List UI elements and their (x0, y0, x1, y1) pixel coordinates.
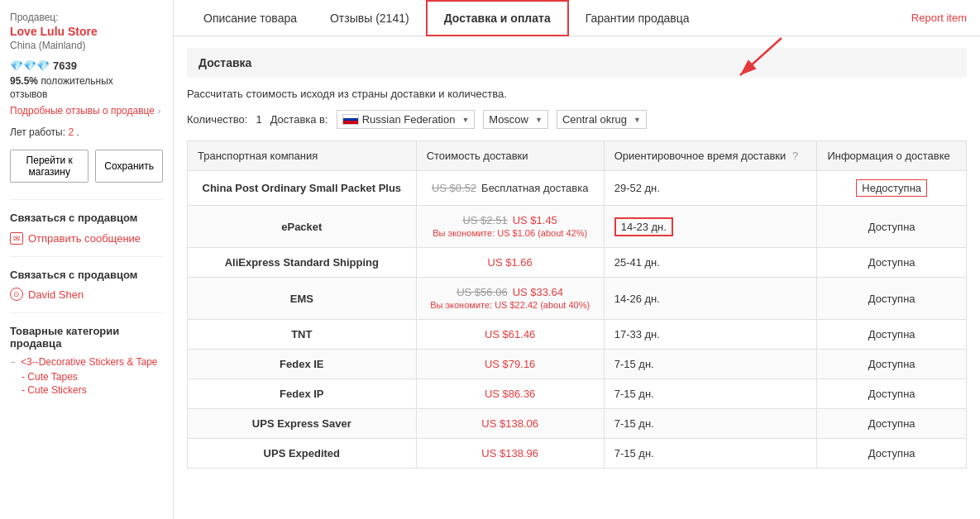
contact-section-title: Связаться с продавцом (10, 199, 163, 224)
clock-icon: ⊙ (10, 288, 23, 301)
svg-line-1 (740, 38, 782, 75)
main-content: Описание товара Отзывы (2141) Доставка и… (174, 0, 980, 519)
carrier-time: 29-52 дн. (604, 171, 817, 206)
rating-details-link[interactable]: Подробные отзывы о продавце (10, 105, 155, 117)
carrier-price: US $61.46 (416, 320, 604, 350)
carrier-time: 7-15 дн. (604, 350, 817, 379)
carrier-price: US $138.96 (416, 439, 604, 469)
russia-flag-icon (342, 114, 359, 125)
table-row: Fedex IPUS $86.367-15 дн.Доступна (188, 379, 967, 409)
send-message-button[interactable]: ✉ Отправить сообщение (10, 232, 163, 245)
rating-pct: 95.5% (10, 75, 38, 87)
carrier-time: 14-26 дн. (604, 278, 817, 320)
chevron-down-icon-3: ▼ (633, 116, 641, 124)
minus-icon: − (10, 356, 16, 368)
carrier-name: UPS Expedited (188, 439, 417, 469)
carrier-name: AliExpress Standard Shipping (188, 248, 417, 278)
carrier-availability: Доступна (817, 409, 967, 439)
table-row: China Post Ordinary Small Packet PlusUS … (188, 171, 967, 206)
send-message-label: Отправить сообщение (28, 232, 141, 245)
carrier-price: US $0.52Бесплатная доставка (416, 171, 604, 206)
subcategory-link-1[interactable]: - Cute Tapes (10, 371, 163, 383)
quantity-value: 1 (256, 113, 261, 126)
carrier-availability: Доступна (817, 439, 967, 469)
carrier-availability: Доступна (817, 248, 967, 278)
carrier-name: ePacket (188, 206, 417, 248)
carrier-availability: Доступна (817, 379, 967, 409)
years-value[interactable]: 2 (68, 126, 74, 138)
carrier-time: 25-41 дн. (604, 248, 817, 278)
carrier-price: US $79.16 (416, 350, 604, 379)
carrier-time: 7-15 дн. (604, 409, 817, 439)
delivery-section: Доставка Рассчитать стоимость исходя из … (174, 36, 980, 480)
carrier-name: Fedex IE (188, 350, 417, 379)
category-link[interactable]: <3--Decorative Stickers & Tape (21, 356, 158, 368)
carrier-price: US $2.51US $1.45Вы экономите: US $1.06 (… (416, 206, 604, 248)
ship-to-label: Доставка в: (270, 113, 328, 126)
tab-description[interactable]: Описание товара (187, 2, 313, 35)
chevron-down-icon: ▼ (461, 116, 469, 124)
country-name: Russian Federation (362, 113, 456, 126)
years-worked: Лет работы: 2 . (10, 126, 163, 138)
carrier-availability: Доступна (817, 278, 967, 320)
diamond-icon: 💎💎💎 (10, 60, 50, 72)
table-row: ePacketUS $2.51US $1.45Вы экономите: US … (188, 206, 967, 248)
tab-delivery[interactable]: Доставка и оплата (426, 0, 569, 36)
rating-details[interactable]: Подробные отзывы о продавце › (10, 105, 163, 117)
th-time: Ориентировочное время доставки ? (604, 141, 817, 171)
region-name: Central okrug (562, 113, 627, 126)
carrier-price: US $86.36 (416, 379, 604, 409)
person-name[interactable]: David Shen (28, 288, 84, 301)
city-selector[interactable]: Moscow ▼ (483, 110, 548, 129)
city-name: Moscow (489, 113, 528, 126)
chevron-down-icon-2: ▼ (535, 116, 543, 124)
carrier-availability: Доступна (817, 206, 967, 248)
sidebar-buttons: Перейти к магазину Сохранить (10, 150, 163, 183)
category-item: − <3--Decorative Stickers & Tape (10, 356, 163, 368)
red-arrow-svg (715, 30, 815, 88)
table-row: UPS Express SaverUS $138.067-15 дн.Досту… (188, 409, 967, 439)
contact-section-title2: Связаться с продавцом (10, 256, 163, 281)
categories-title: Товарные категории продавца (10, 325, 163, 350)
categories-section: Товарные категории продавца − <3--Decora… (10, 312, 163, 396)
carrier-name: EMS (188, 278, 417, 320)
question-icon[interactable]: ? (792, 150, 798, 162)
store-name[interactable]: Love Lulu Store (10, 25, 163, 38)
th-carrier: Транспортная компания (188, 141, 417, 171)
tab-guarantee[interactable]: Гарантии продавца (569, 2, 706, 35)
rating-label2: отзывов (10, 88, 47, 100)
table-row: Fedex IEUS $79.167-15 дн.Доступна (188, 350, 967, 379)
table-row: TNTUS $61.4617-33 дн.Доступна (188, 320, 967, 350)
carrier-name: China Post Ordinary Small Packet Plus (188, 171, 417, 206)
carrier-name: Fedex IP (188, 379, 417, 409)
carrier-name: UPS Express Saver (188, 409, 417, 439)
th-info: Информация о доставке (817, 141, 967, 171)
carrier-time: 14-23 дн. (604, 206, 817, 248)
envelope-icon: ✉ (10, 232, 23, 245)
subcategory-link-2[interactable]: - Cute Stickers (10, 384, 163, 396)
region-selector[interactable]: Central okrug ▼ (557, 110, 647, 129)
save-store-button[interactable]: Сохранить (95, 150, 163, 183)
table-row: UPS ExpeditedUS $138.967-15 дн.Доступна (188, 439, 967, 469)
delivery-table: Транспортная компания Стоимость доставки… (187, 140, 967, 469)
delivery-header: Доставка (187, 48, 967, 78)
rating-number: 7639 (53, 60, 77, 72)
seller-label: Продавец: (10, 12, 163, 23)
tab-reviews[interactable]: Отзывы (2141) (313, 2, 426, 35)
carrier-price: US $138.06 (416, 409, 604, 439)
delivery-selectors: Количество: 1 Доставка в: Russian Federa… (187, 110, 967, 129)
carrier-availability: Доступна (817, 320, 967, 350)
carrier-time: 17-33 дн. (604, 320, 817, 350)
carrier-availability: Недоступна (817, 171, 967, 206)
th-price: Стоимость доставки (416, 141, 604, 171)
country-selector[interactable]: Russian Federation ▼ (337, 110, 476, 129)
table-row: AliExpress Standard ShippingUS $1.6625-4… (188, 248, 967, 278)
seller-person: ⊙ David Shen (10, 288, 163, 301)
goto-store-button[interactable]: Перейти к магазину (10, 150, 88, 183)
table-row: EMSUS $56.06US $33.64Вы экономите: US $2… (188, 278, 967, 320)
carrier-price: US $56.06US $33.64Вы экономите: US $22.4… (416, 278, 604, 320)
report-item-link[interactable]: Report item (911, 2, 967, 34)
seller-rating: 💎💎💎 7639 (10, 60, 163, 72)
chevron-right-icon: › (158, 107, 160, 116)
seller-country: China (Mainland) (10, 40, 163, 51)
